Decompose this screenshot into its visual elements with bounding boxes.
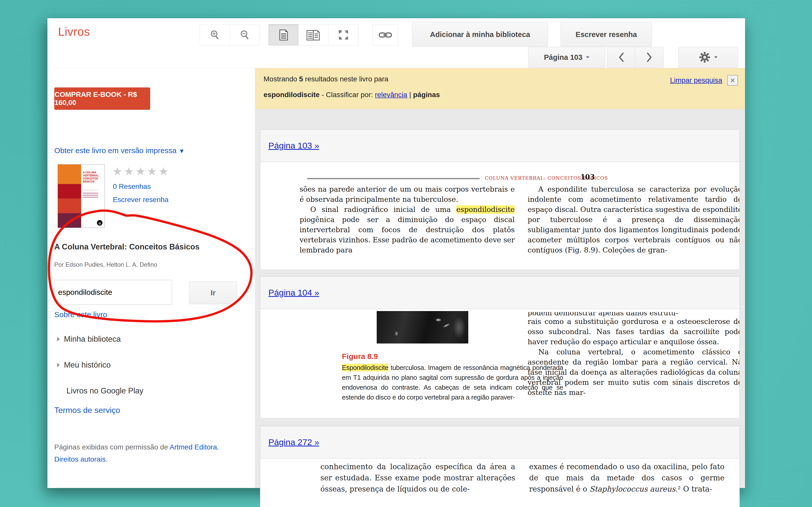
print-version-link[interactable]: Obter este livro em versão impressa ▼ (54, 146, 185, 155)
clipped-line: podem demonstrar apenas danos estrutu- (528, 312, 740, 317)
book-title: A Coluna Vertebral: Conceitos Básicos (54, 242, 200, 251)
cover-art (58, 165, 81, 228)
my-history-label: Meu histórico (64, 360, 111, 370)
zoom-button-group (200, 24, 260, 46)
write-review-label: Escrever resenha (575, 31, 637, 39)
result-card-page-103: Página 103 » coluna vertebral: conceitos… (260, 129, 740, 269)
next-page-button[interactable] (635, 47, 664, 68)
zoom-out-button[interactable] (230, 24, 259, 45)
sort-separator: | (407, 91, 413, 99)
cover-text-panel: A COLUNA VERTEBRAL: CONCEITOS BÁSICOS a (81, 165, 104, 228)
clear-search-area: Limpar pesquisa × (670, 75, 738, 86)
two-page-icon (306, 29, 321, 41)
highlighted-term: espondilodiscite (456, 205, 515, 214)
mri-figure-image (377, 311, 468, 343)
sidebar-item-my-history[interactable]: Meu histórico (57, 360, 111, 370)
gear-icon (699, 51, 711, 63)
cover-authors (83, 193, 103, 198)
permission-note: Páginas exibidas com permissão de Artmed… (54, 441, 232, 465)
sort-label: - Classificar por: (320, 91, 375, 99)
books-window: Livros (47, 18, 745, 488)
book-cover[interactable]: A COLUNA VERTEBRAL: CONCEITOS BÁSICOS a (58, 164, 105, 228)
single-page-view-button[interactable] (269, 24, 299, 45)
snippet-column-right: exames é recomendado o uso da oxacilina,… (529, 461, 724, 495)
page-272-link[interactable]: Página 272 » (268, 437, 319, 447)
result-header: Página 103 » (260, 129, 740, 162)
add-to-library-button[interactable]: Adicionar à minha biblioteca (412, 22, 548, 47)
results-count: 5 (299, 75, 303, 83)
snippet-paragraph: sões na parede anterior de um ou mais co… (300, 184, 515, 205)
zoom-in-button[interactable] (200, 24, 230, 45)
page-selector-label: Página 103 (544, 53, 582, 62)
page-number: 103 (580, 173, 595, 181)
terms-of-service-link[interactable]: Termos de serviço (54, 406, 120, 415)
result-header: Página 104 » (260, 277, 740, 309)
link-button-group (372, 24, 398, 46)
google-play-label: Livros no Google Play (66, 386, 143, 395)
write-review-button[interactable]: Escrever resenha (561, 22, 652, 47)
copyright-link[interactable]: Direitos autorais. (54, 455, 108, 463)
snippet-column-left: sões na parede anterior de um ou mais co… (300, 184, 515, 255)
go-button[interactable]: Ir (189, 281, 237, 304)
page-selector-dropdown[interactable]: Página 103 (528, 47, 605, 68)
publisher-logo: a (97, 220, 102, 226)
settings-button[interactable] (678, 47, 738, 68)
search-results-banner: Mostrando 5 resultados neste livro para … (255, 68, 745, 109)
zoom-out-icon (239, 30, 250, 41)
caret-down-icon: ▼ (179, 148, 185, 154)
print-version-label: Obter este livro em versão impressa (54, 146, 179, 155)
fullscreen-button[interactable] (328, 24, 358, 45)
fullscreen-icon (337, 29, 350, 41)
snippet-column-right: podem demonstrar apenas danos estrutu- r… (528, 312, 740, 398)
toolbar: Livros (47, 18, 745, 68)
sidebar-item-google-play[interactable]: Livros no Google Play (66, 386, 143, 395)
page-snippet: Figura 8.9 Espondilodiscite tuberculosa.… (260, 309, 740, 418)
sort-relevance-link[interactable]: relevância (375, 91, 407, 99)
chevron-down-icon (714, 56, 718, 58)
two-page-view-button[interactable] (299, 24, 328, 45)
get-link-button[interactable] (373, 24, 398, 45)
chevron-down-icon (586, 56, 590, 58)
permission-text: Páginas exibidas com permissão de (54, 443, 169, 451)
triangle-right-icon (57, 337, 60, 341)
clear-search-link[interactable]: Limpar pesquisa (670, 76, 722, 84)
result-card-page-272: Página 272 » conhecimento da localização… (260, 426, 740, 507)
species-name: Staphylococcus aureus. (590, 485, 678, 493)
publisher-link[interactable]: Artmed Editora. (169, 443, 219, 451)
figure-label: Figura 8.9 (342, 352, 378, 361)
book-search-input[interactable] (54, 280, 172, 305)
results-summary-text: Mostrando (263, 75, 299, 83)
result-header: Página 272 » (260, 426, 740, 459)
book-authors: Por Edson Pudles, Helton L. A. Defino (54, 261, 157, 268)
page-103-link[interactable]: Página 103 » (268, 141, 319, 151)
sidebar-write-review-link[interactable]: Escrever resenha (113, 196, 168, 204)
link-icon (379, 31, 392, 39)
snippet-paragraph: Na coluna vertebral, o acometimento clás… (528, 347, 740, 398)
zoom-in-icon (209, 30, 220, 41)
single-page-icon (278, 29, 289, 41)
previous-page-button[interactable] (607, 47, 635, 68)
go-button-label: Ir (210, 288, 216, 297)
sort-pages: páginas (413, 91, 440, 99)
page-snippet: coluna vertebral: conceitos básicos 103 … (260, 162, 740, 270)
snippet-column-right: A espondilite tuberculosa se caracteriza… (528, 184, 740, 255)
star-rating: ★★★★★ (112, 165, 170, 178)
search-query: espondilodiscite (263, 91, 320, 99)
page-rule (307, 178, 480, 179)
add-to-library-label: Adicionar à minha biblioteca (430, 31, 530, 39)
about-this-book-link[interactable]: Sobre este livro (54, 310, 107, 319)
sidebar-item-my-library[interactable]: Minha biblioteca (57, 335, 121, 344)
page-104-link[interactable]: Página 104 » (268, 288, 319, 298)
buy-ebook-label: COMPRAR E-BOOK - R$ 160,00 (55, 91, 150, 107)
triangle-right-icon (57, 363, 60, 367)
snippet-paragraph: rais como a substituição gordurosa e a o… (528, 317, 740, 347)
close-icon[interactable]: × (727, 75, 738, 86)
chevron-left-icon (618, 52, 624, 62)
highlighted-term: Espondilodiscite (342, 364, 388, 372)
reviews-count-link[interactable]: 0 Resenhas (113, 182, 151, 191)
cover-title: A COLUNA VERTEBRAL: CONCEITOS BÁSICOS (83, 171, 103, 183)
buy-ebook-button[interactable]: COMPRAR E-BOOK - R$ 160,00 (54, 88, 150, 110)
chevron-right-icon (646, 52, 653, 62)
view-mode-group (268, 24, 358, 46)
app-title: Livros (58, 25, 90, 39)
